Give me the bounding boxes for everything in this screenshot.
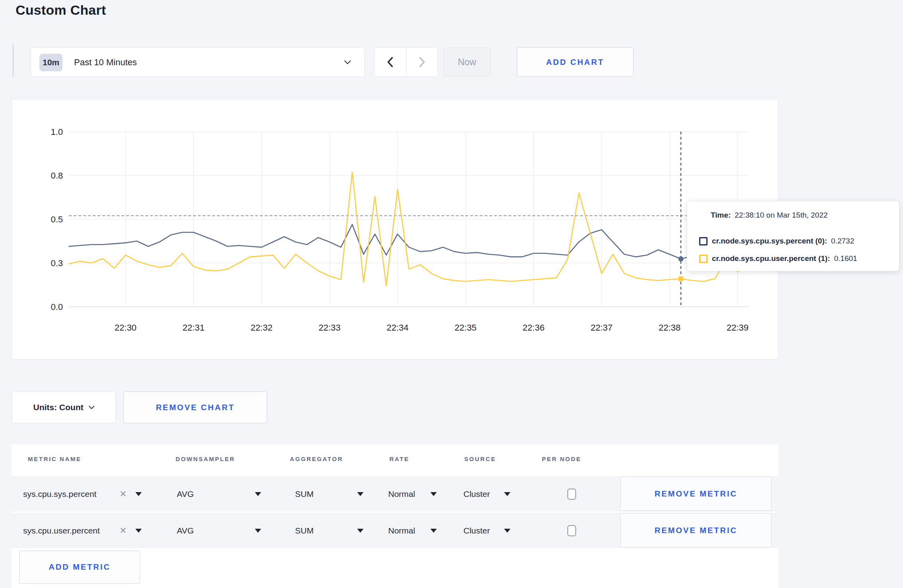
column-header: SOURCE (464, 456, 496, 462)
x-axis-tick-label: 22:31 (183, 323, 205, 333)
metric-name-value[interactable]: sys.cpu.sys.percent (23, 476, 96, 512)
units-dropdown[interactable]: Units: Count (12, 391, 116, 423)
aggregator-value[interactable]: SUM (295, 476, 314, 512)
tooltip-series-row: cr.node.sys.cpu.sys.percent (0): 0.2732 (699, 237, 854, 245)
caret-down-icon (430, 529, 437, 533)
caret-down-icon (255, 492, 261, 496)
metric-table-row: sys.cpu.user.percent ✕ AVG SUM Normal Cl… (12, 513, 778, 548)
hover-point-marker (678, 256, 684, 261)
tooltip-series-value: 0.2732 (831, 237, 854, 245)
metric-table-row: sys.cpu.sys.percent ✕ AVG SUM Normal Clu… (12, 476, 778, 512)
chevron-down-icon (344, 60, 351, 64)
aggregator-value[interactable]: SUM (295, 513, 314, 548)
close-icon[interactable]: ✕ (119, 489, 127, 499)
source-dropdown[interactable] (504, 476, 510, 512)
caret-down-icon (255, 529, 261, 533)
close-icon[interactable]: ✕ (119, 526, 127, 536)
per-node-checkbox[interactable] (567, 525, 576, 536)
rate-value[interactable]: Normal (388, 513, 415, 548)
page-title: Custom Chart (16, 2, 106, 18)
per-node-cell (567, 476, 576, 512)
x-axis-tick-label: 22:37 (590, 323, 612, 333)
tooltip-time-row: Time:22:38:10 on Mar 15th, 2022 (711, 211, 828, 220)
column-header: PER NODE (542, 456, 581, 462)
tooltip-time-label: Time: (711, 211, 731, 219)
chevron-down-icon (89, 406, 94, 409)
rate-value[interactable]: Normal (388, 476, 415, 512)
chart-hover-tooltip: Time:22:38:10 on Mar 15th, 2022 cr.node.… (687, 201, 899, 271)
metric-name-dropdown[interactable] (135, 476, 142, 512)
y-axis-tick-label: 0.5 (51, 214, 63, 224)
y-axis-tick-label: 1.0 (51, 127, 63, 137)
x-axis-tick-label: 22:32 (250, 323, 272, 333)
x-axis-tick-label: 22:30 (115, 323, 137, 333)
series-line (69, 172, 749, 286)
time-back-button[interactable] (375, 48, 406, 76)
time-range-label: Past 10 Minutes (74, 48, 137, 77)
source-value[interactable]: Cluster (463, 476, 490, 512)
y-axis-tick-label: 0.3 (51, 258, 63, 268)
downsampler-dropdown[interactable] (255, 513, 261, 548)
rate-dropdown[interactable] (430, 513, 437, 548)
chart-card: 1.00.80.50.30.022:3022:3122:3222:3322:34… (12, 99, 778, 360)
chart-canvas[interactable]: 1.00.80.50.30.022:3022:3122:3222:3322:34… (12, 99, 778, 359)
add-metric-button[interactable]: ADD METRIC (19, 551, 140, 584)
series-line (69, 224, 749, 259)
series-color-swatch (699, 255, 708, 263)
time-range-badge: 10m (39, 54, 63, 71)
caret-down-icon (430, 492, 437, 496)
caret-down-icon (504, 529, 510, 533)
metric-name-dropdown[interactable] (135, 513, 142, 548)
x-axis-tick-label: 22:38 (659, 323, 680, 333)
remove-metric-button[interactable]: REMOVE METRIC (620, 513, 772, 547)
column-header: RATE (389, 456, 409, 462)
add-chart-button[interactable]: ADD CHART (517, 47, 633, 77)
per-node-checkbox[interactable] (567, 489, 576, 500)
tooltip-series-value: 0.1601 (834, 254, 857, 263)
tooltip-series-label: cr.node.sys.cpu.sys.percent (0): (712, 237, 827, 245)
caret-down-icon (135, 492, 142, 496)
x-axis-tick-label: 22:39 (727, 323, 749, 333)
caret-down-icon (357, 492, 364, 496)
column-header: DOWNSAMPLER (176, 456, 235, 462)
tooltip-time-value: 22:38:10 on Mar 15th, 2022 (735, 211, 827, 219)
remove-chart-button[interactable]: REMOVE CHART (123, 391, 267, 423)
remove-metric-x: ✕ (119, 513, 127, 548)
toolbar-divider (13, 45, 14, 77)
time-forward-button[interactable] (407, 48, 438, 76)
column-header: AGGREGATOR (290, 456, 343, 462)
x-axis-tick-label: 22:36 (523, 323, 545, 333)
units-label: Units: Count (33, 403, 84, 412)
per-node-cell (567, 513, 576, 548)
time-range-dropdown[interactable]: 10m Past 10 Minutes (31, 47, 365, 77)
column-header: METRIC NAME (28, 456, 81, 462)
x-axis-tick-label: 22:35 (455, 323, 477, 333)
chevron-left-icon (387, 57, 393, 67)
aggregator-dropdown[interactable] (357, 513, 364, 548)
aggregator-dropdown[interactable] (357, 476, 364, 512)
source-dropdown[interactable] (504, 513, 510, 548)
x-axis-tick-label: 22:33 (319, 323, 340, 333)
x-axis-tick-label: 22:34 (387, 323, 408, 333)
tooltip-series-label: cr.node.sys.cpu.user.percent (1): (712, 254, 830, 263)
tooltip-series-row: cr.node.sys.cpu.user.percent (1): 0.1601 (699, 254, 857, 263)
time-nav-group (374, 47, 438, 77)
y-axis-tick-label: 0.8 (51, 171, 63, 181)
remove-metric-button[interactable]: REMOVE METRIC (620, 477, 772, 511)
source-value[interactable]: Cluster (463, 513, 490, 548)
now-button[interactable]: Now (444, 47, 491, 77)
remove-metric-x: ✕ (119, 476, 127, 512)
downsampler-dropdown[interactable] (255, 476, 261, 512)
hover-point-marker (678, 276, 683, 281)
metric-name-value[interactable]: sys.cpu.user.percent (23, 513, 100, 548)
y-axis-tick-label: 0.0 (51, 302, 63, 312)
downsampler-value[interactable]: AVG (177, 476, 194, 512)
downsampler-value[interactable]: AVG (177, 513, 194, 548)
chevron-right-icon (419, 57, 425, 67)
caret-down-icon (357, 529, 364, 533)
series-color-swatch (699, 237, 708, 245)
caret-down-icon (504, 492, 510, 496)
rate-dropdown[interactable] (430, 476, 437, 512)
caret-down-icon (135, 529, 142, 533)
